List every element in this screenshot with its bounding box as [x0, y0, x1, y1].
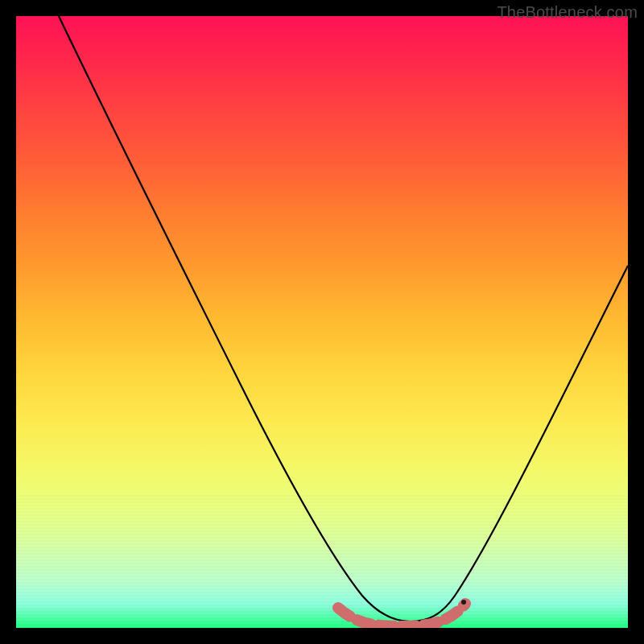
chart-plot-area [16, 16, 628, 628]
watermark-text: TheBottleneck.com [497, 3, 638, 22]
gradient-stripes-overlay [16, 493, 628, 628]
